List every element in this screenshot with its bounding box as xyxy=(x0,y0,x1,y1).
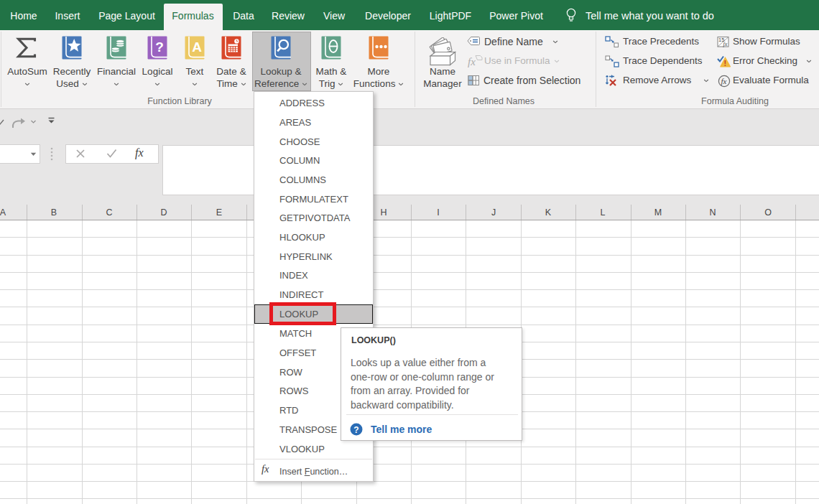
svg-text:?: ? xyxy=(155,39,164,55)
svg-text:A: A xyxy=(192,39,202,55)
svg-text:?: ? xyxy=(353,425,358,435)
svg-text:!: ! xyxy=(724,59,727,67)
svg-text:fx: fx xyxy=(468,56,476,67)
svg-text:fx: fx xyxy=(721,77,727,85)
svg-text:fx: fx xyxy=(723,41,728,47)
